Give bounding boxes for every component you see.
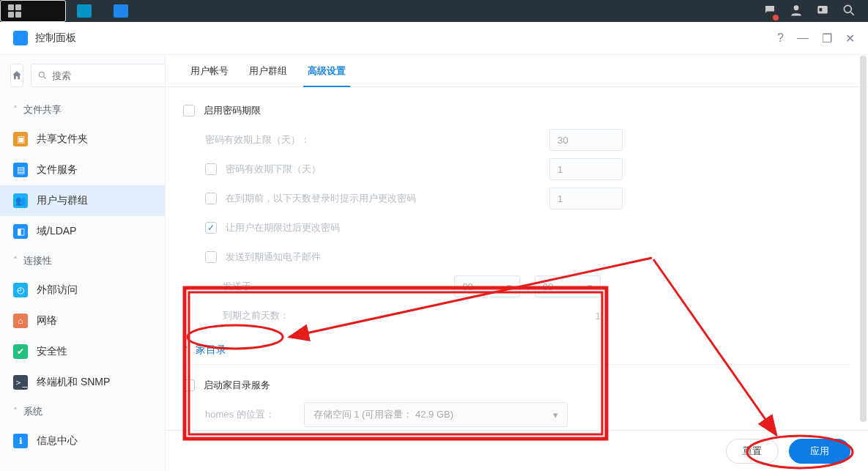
chevron-up-icon: ˄ (13, 105, 18, 115)
label-pwd-max-days: 密码有效期上限（天）： (205, 133, 310, 147)
sidebar-item-network[interactable]: ⌂ 网络 (0, 305, 165, 336)
bottom-bar: 重置 应用 (166, 430, 868, 471)
label-warn-days: 在到期前，以下天数登录时提示用户更改密码 (226, 192, 416, 205)
cat-label: 连接性 (23, 254, 52, 267)
taskbar-app-2[interactable] (103, 0, 139, 22)
main: 用户帐号 用户群组 高级设置 启用密码期限 密码有效期上限（天）： 密码有效期下… (166, 55, 868, 471)
terminal-icon: ＞_ (13, 375, 28, 390)
taskbar-apps-button[interactable] (0, 0, 66, 22)
cat-file-sharing[interactable]: ˄ 文件共享 (0, 96, 165, 124)
text-days-before-val: 1 (289, 311, 601, 322)
input-pwd-max-days (549, 129, 623, 151)
sidebar-item-terminal-snmp[interactable]: ＞_ 终端机和 SNMP (0, 367, 165, 398)
tab-advanced[interactable]: 高级设置 (297, 55, 356, 86)
sidebar-item-external-access[interactable]: ◴ 外部访问 (0, 275, 165, 305)
checkbox-send-email (205, 251, 217, 263)
svg-rect-1 (817, 6, 828, 14)
input-pwd-min-days (549, 158, 623, 180)
chevron-up-icon: ˄ (13, 256, 18, 266)
svg-rect-2 (820, 8, 823, 12)
sidebar-item-label: 共享文件夹 (37, 133, 88, 146)
users-icon: 👥 (13, 193, 28, 208)
minimize-button[interactable]: — (797, 31, 809, 45)
label-send-at: 发送于 (223, 280, 251, 293)
user-icon[interactable] (789, 3, 804, 20)
svg-point-0 (794, 5, 799, 10)
label-allow-change-after: 让用户在期限过后更改密码 (226, 221, 340, 234)
checkbox-allow-change-after-expire (205, 222, 217, 234)
info-icon: ℹ (13, 434, 28, 448)
cat-system[interactable]: ˄ 系统 (0, 398, 165, 426)
select-homes-location: 存储空间 1 (可用容量： 42.9 GB) ▾ (304, 402, 568, 427)
label-send-email: 发送到期通知电子邮件 (226, 251, 321, 264)
label-enable-home-service: 启动家目录服务 (204, 379, 270, 392)
sidebar-item-label: 文件服务 (37, 163, 78, 177)
select-send-hour: 00▾ (454, 275, 520, 297)
homes-location-value: 存储空间 1 (可用容量： 42.9 GB) (314, 408, 453, 421)
close-button[interactable]: ✕ (845, 31, 855, 45)
tab-user-account[interactable]: 用户帐号 (180, 55, 239, 86)
chevron-down-icon: ▾ (507, 281, 512, 292)
search-icon[interactable] (842, 3, 856, 20)
sidebar-item-label: 安全性 (37, 345, 67, 358)
sidebar-item-security[interactable]: ✔ 安全性 (0, 336, 165, 367)
search-input-wrap[interactable] (31, 64, 166, 87)
checkbox-enable-password-expire[interactable] (183, 105, 195, 116)
help-button[interactable]: ? (777, 31, 784, 45)
chevron-up-icon: ˄ (183, 344, 188, 356)
apps-icon (8, 4, 23, 18)
taskbar (0, 0, 868, 22)
tab-user-group[interactable]: 用户群组 (239, 55, 297, 86)
label-homes-location: homes 的位置： (205, 408, 275, 421)
sidebar-item-domain-ldap[interactable]: ◧ 域/LDAP (0, 216, 165, 247)
taskbar-app-1[interactable] (66, 0, 103, 22)
sidebar-item-shared-folder[interactable]: ▣ 共享文件夹 (0, 124, 165, 155)
maximize-button[interactable]: ❐ (822, 31, 832, 45)
apply-button[interactable]: 应用 (789, 439, 850, 464)
window-title: 控制面板 (35, 31, 76, 45)
sidebar-item-label: 终端机和 SNMP (37, 376, 110, 389)
label-enable-password-expire: 启用密码期限 (204, 104, 261, 117)
cat-label: 系统 (23, 405, 42, 418)
svg-line-4 (851, 12, 854, 15)
globe-icon: ◴ (13, 283, 28, 297)
scrollbar[interactable] (860, 56, 867, 422)
checkbox-warn-days (205, 193, 217, 204)
sidebar-item-file-service[interactable]: ▤ 文件服务 (0, 155, 165, 185)
sidebar-item-label: 外部访问 (37, 283, 78, 297)
sidebar-item-user-group[interactable]: 👥 用户与群组 (0, 185, 165, 216)
cat-label: 文件共享 (23, 103, 62, 116)
sidebar-item-label: 域/LDAP (37, 225, 76, 238)
svg-line-6 (44, 77, 46, 79)
label-pwd-min-days: 密码有效期下限（天） (226, 163, 321, 176)
reset-button[interactable]: 重置 (726, 439, 779, 464)
chat-icon[interactable] (763, 4, 777, 19)
download-icon (77, 4, 92, 18)
form-area: 启用密码期限 密码有效期上限（天）： 密码有效期下限（天） 在到期前，以下天数登… (166, 87, 868, 430)
taskbar-right (763, 3, 868, 20)
chevron-up-icon: ˄ (13, 407, 18, 417)
home-button[interactable] (10, 64, 23, 87)
chevron-down-icon: ▾ (587, 281, 593, 292)
cat-connectivity[interactable]: ˄ 连接性 (0, 247, 165, 275)
search-input[interactable] (52, 70, 166, 81)
sidebar-item-label: 用户与群组 (37, 194, 88, 207)
chevron-down-icon: ▾ (553, 409, 558, 420)
input-warn-days (549, 188, 623, 209)
sidebar: ˄ 文件共享 ▣ 共享文件夹 ▤ 文件服务 👥 用户与群组 ◧ 域/LDAP ˄… (0, 55, 166, 471)
sidebar-item-label: 网络 (37, 314, 57, 327)
widgets-icon[interactable] (815, 4, 830, 19)
label-days-before: 到期之前天数： (223, 309, 289, 322)
window-title-bar: 控制面板 ? — ❐ ✕ (0, 22, 868, 55)
shield-icon: ✔ (13, 344, 28, 359)
app-icon (114, 4, 128, 18)
checkbox-enable-home-service[interactable] (183, 379, 195, 391)
file-service-icon: ▤ (13, 163, 28, 177)
search-icon (37, 70, 48, 81)
section-home-directory[interactable]: ˄ 家目录 (183, 339, 850, 365)
select-send-minute: 00▾ (535, 275, 601, 297)
sidebar-item-label: 信息中心 (37, 434, 78, 448)
svg-point-5 (39, 72, 44, 77)
taskbar-left (0, 0, 139, 22)
sidebar-item-info-center[interactable]: ℹ 信息中心 (0, 426, 165, 456)
